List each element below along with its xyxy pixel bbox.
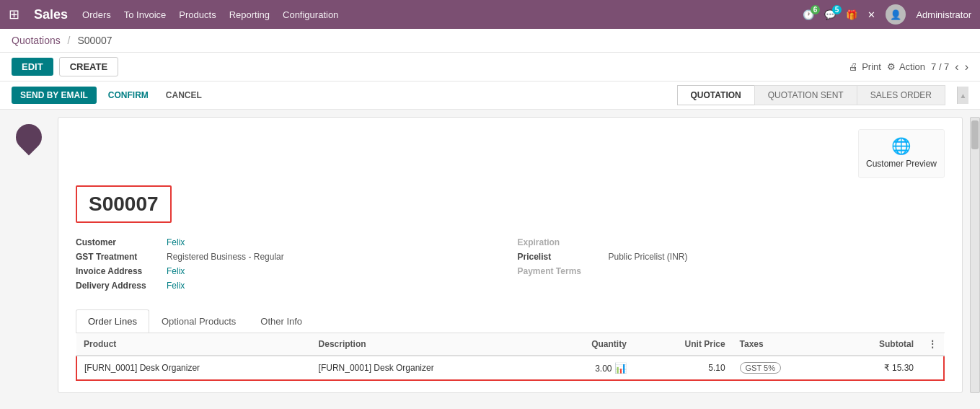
order-number: S00007 xyxy=(89,193,159,216)
pager-next[interactable]: › xyxy=(965,61,968,74)
cell-quantity: 3.00 📊 xyxy=(544,356,633,380)
cell-row-actions xyxy=(921,356,944,380)
cell-subtotal: ₹ 15.30 xyxy=(833,356,921,380)
create-button[interactable]: CREATE xyxy=(59,57,118,76)
breadcrumb-current: S00007 xyxy=(77,35,112,46)
drip-icon xyxy=(11,119,48,156)
action-bar: EDIT CREATE 🖨 Print ⚙ Action 7 / 7 ‹ › xyxy=(0,53,980,82)
cell-description: [FURN_0001] Desk Organizer xyxy=(312,356,545,380)
field-payment-terms: Payment Terms xyxy=(518,266,945,276)
field-expiration: Expiration xyxy=(518,237,945,247)
edit-button[interactable]: EDIT xyxy=(12,58,53,76)
nav-orders[interactable]: Orders xyxy=(82,9,111,20)
order-number-box: S00007 xyxy=(76,185,172,223)
col-quantity: Quantity xyxy=(544,333,633,356)
send-email-button[interactable]: SEND BY EMAIL xyxy=(12,87,97,104)
customer-preview-label: Customer Preview xyxy=(866,159,937,170)
table-row: [FURN_0001] Desk Organizer [FURN_0001] D… xyxy=(76,356,944,380)
cell-unit-price: 5.10 xyxy=(634,356,733,380)
label-invoice-address: Invoice Address xyxy=(76,266,162,276)
drip-area xyxy=(0,110,58,400)
fields-left: Customer Felix GST Treatment Registered … xyxy=(76,237,503,295)
nav-links: Orders To Invoice Products Reporting Con… xyxy=(82,9,788,20)
confirm-button[interactable]: CONFIRM xyxy=(102,87,154,104)
nav-reporting[interactable]: Reporting xyxy=(229,9,270,20)
value-gst: Registered Business - Regular xyxy=(167,252,284,262)
activity-icon[interactable]: 🕐6 xyxy=(803,9,814,20)
action-button[interactable]: ⚙ Action xyxy=(887,61,925,72)
cancel-button[interactable]: CANCEL xyxy=(160,87,208,104)
admin-label: Administrator xyxy=(916,9,971,20)
step-quotation-sent[interactable]: QUOTATION SENT xyxy=(754,85,857,105)
value-customer[interactable]: Felix xyxy=(167,237,185,247)
label-customer: Customer xyxy=(76,237,162,247)
tab-other-info[interactable]: Other Info xyxy=(248,309,314,333)
col-taxes: Taxes xyxy=(733,333,833,356)
customer-preview-area: 🌐 Customer Preview xyxy=(76,129,945,178)
messages-icon[interactable]: 💬5 xyxy=(824,9,836,20)
chart-icon[interactable]: 📊 xyxy=(614,362,627,374)
status-steps: QUOTATION QUOTATION SENT SALES ORDER xyxy=(677,85,945,105)
order-table: Product Description Quantity Unit Price … xyxy=(76,333,945,381)
col-actions-header: ⋮ xyxy=(921,333,944,356)
close-icon[interactable]: ✕ xyxy=(868,9,875,20)
brand-name: Sales xyxy=(34,7,68,22)
globe-icon: 🌐 xyxy=(891,137,911,156)
label-gst: GST Treatment xyxy=(76,252,162,262)
pager: 7 / 7 ‹ › xyxy=(931,61,968,74)
step-quotation[interactable]: QUOTATION xyxy=(677,85,755,105)
breadcrumb-separator: / xyxy=(68,35,71,46)
label-payment-terms: Payment Terms xyxy=(518,266,604,276)
cell-product: [FURN_0001] Desk Organizer xyxy=(76,356,312,380)
step-sales-order[interactable]: SALES ORDER xyxy=(857,85,945,105)
col-unit-price: Unit Price xyxy=(634,333,733,356)
field-gst: GST Treatment Registered Business - Regu… xyxy=(76,252,503,262)
scrollbar[interactable] xyxy=(970,117,980,393)
field-pricelist: Pricelist Public Pricelist (INR) xyxy=(518,252,945,262)
gift-icon[interactable]: 🎁 xyxy=(846,9,857,20)
label-expiration: Expiration xyxy=(518,237,604,247)
nav-to-invoice[interactable]: To Invoice xyxy=(124,9,167,20)
gear-icon: ⚙ xyxy=(887,61,896,72)
value-delivery-address[interactable]: Felix xyxy=(167,281,185,291)
nav-products[interactable]: Products xyxy=(179,9,216,20)
status-bar: SEND BY EMAIL CONFIRM CANCEL QUOTATION Q… xyxy=(0,82,980,110)
top-navigation: ⊞ Sales Orders To Invoice Products Repor… xyxy=(0,0,980,29)
fields-right: Expiration Pricelist Public Pricelist (I… xyxy=(518,237,945,295)
right-icons: 🕐6 💬5 🎁 ✕ 👤 Administrator xyxy=(803,4,971,25)
breadcrumb-parent[interactable]: Quotations xyxy=(12,35,61,46)
value-invoice-address[interactable]: Felix xyxy=(167,266,185,276)
customer-preview-panel[interactable]: 🌐 Customer Preview xyxy=(858,129,945,178)
field-delivery-address: Delivery Address Felix xyxy=(76,281,503,291)
field-customer: Customer Felix xyxy=(76,237,503,247)
tab-optional-products[interactable]: Optional Products xyxy=(149,309,248,333)
col-subtotal: Subtotal xyxy=(833,333,921,356)
main-content: 🌐 Customer Preview S00007 Customer Felix… xyxy=(0,110,980,400)
gst-badge: GST 5% xyxy=(740,362,781,374)
avatar[interactable]: 👤 xyxy=(886,4,906,25)
tab-order-lines[interactable]: Order Lines xyxy=(76,309,149,333)
nav-configuration[interactable]: Configuration xyxy=(283,9,338,20)
tabs: Order Lines Optional Products Other Info xyxy=(76,309,945,333)
label-delivery-address: Delivery Address xyxy=(76,281,162,291)
breadcrumb: Quotations / S00007 xyxy=(0,29,980,53)
value-pricelist: Public Pricelist (INR) xyxy=(609,252,688,262)
app-grid-icon[interactable]: ⊞ xyxy=(9,6,19,22)
fields-grid: Customer Felix GST Treatment Registered … xyxy=(76,237,945,295)
pager-prev[interactable]: ‹ xyxy=(955,61,958,74)
label-pricelist: Pricelist xyxy=(518,252,604,262)
form-area: 🌐 Customer Preview S00007 Customer Felix… xyxy=(58,117,963,393)
field-invoice-address: Invoice Address Felix xyxy=(76,266,503,276)
print-button[interactable]: 🖨 Print xyxy=(849,61,881,72)
print-icon: 🖨 xyxy=(849,61,858,72)
col-product: Product xyxy=(76,333,312,356)
cell-taxes: GST 5% xyxy=(733,356,833,380)
col-description: Description xyxy=(312,333,545,356)
